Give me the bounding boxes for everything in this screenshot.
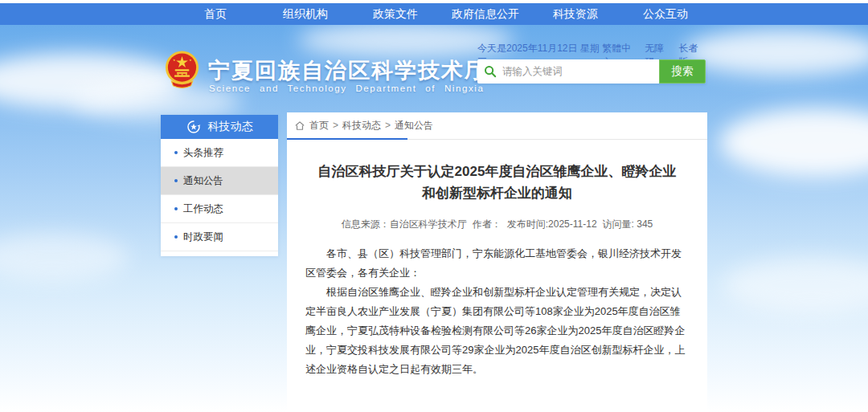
sidebar-item-label: 时政要闻 bbox=[183, 230, 223, 244]
nav-item-public-interaction[interactable]: 公众互动 bbox=[620, 7, 710, 22]
nav-item-home[interactable]: 首页 bbox=[170, 7, 260, 22]
meta-author: 作者： bbox=[473, 218, 502, 231]
site-title: 宁夏回族自治区科学技术厅 bbox=[208, 56, 488, 85]
article-paragraph: 根据自治区雏鹰企业、瞪羚企业和创新型标杆企业认定管理有关规定，决定认定半亩良人农… bbox=[305, 283, 689, 379]
article-title-line2: 和创新型标杆企业的通知 bbox=[287, 182, 707, 204]
sidebar-item-label: 通知公告 bbox=[183, 174, 223, 188]
sidebar: 科技动态 头条推荐 通知公告 工作动态 时政要闻 bbox=[161, 115, 278, 256]
nav-item-policy[interactable]: 政策文件 bbox=[350, 7, 440, 22]
search-button[interactable]: 搜索 bbox=[659, 59, 706, 84]
nav-item-tech-resources[interactable]: 科技资源 bbox=[530, 7, 620, 22]
bullet-dot-icon bbox=[174, 235, 178, 239]
main-content-panel: 首页 > 科技动态 > 通知公告 自治区科技厅关于认定2025年度自治区雏鹰企业… bbox=[287, 112, 707, 412]
article-body: 各市、县（区）科技管理部门，宁东能源化工基地管委会，银川经济技术开发区管委会，各… bbox=[287, 244, 707, 379]
page: 首页 组织机构 政策文件 政府信息公开 科技资源 公众互动 宁夏回族自治区科学技… bbox=[0, 0, 868, 412]
nav-item-gov-info[interactable]: 政府信息公开 bbox=[440, 7, 530, 22]
breadcrumb-separator: > bbox=[385, 120, 391, 131]
star-circle-icon bbox=[186, 120, 201, 134]
sidebar-item-headline-recommend[interactable]: 头条推荐 bbox=[161, 139, 278, 167]
sidebar-header: 科技动态 bbox=[161, 115, 278, 139]
breadcrumb-divider bbox=[287, 138, 707, 140]
breadcrumb-notices[interactable]: 通知公告 bbox=[395, 119, 433, 133]
search-bar: 搜索 bbox=[477, 59, 706, 84]
meta-source: 信息来源：自治区科学技术厅 bbox=[342, 218, 467, 231]
home-icon bbox=[294, 120, 305, 131]
bullet-dot-icon bbox=[174, 151, 178, 154]
cloud-decoration bbox=[723, 257, 868, 313]
breadcrumb-home[interactable]: 首页 bbox=[309, 119, 329, 133]
cloud-decoration bbox=[0, 233, 129, 281]
breadcrumb-tech-dynamics[interactable]: 科技动态 bbox=[342, 119, 381, 133]
breadcrumb: 首页 > 科技动态 > 通知公告 bbox=[287, 112, 707, 138]
top-navigation: 首页 组织机构 政策文件 政府信息公开 科技资源 公众互动 bbox=[0, 3, 868, 25]
site-subtitle-english: Science and Technology Department of Nin… bbox=[209, 84, 484, 93]
bullet-dot-icon bbox=[174, 207, 178, 210]
article-paragraph: 各市、县（区）科技管理部门，宁东能源化工基地管委会，银川经济技术开发区管委会，各… bbox=[305, 244, 689, 283]
sidebar-item-notices[interactable]: 通知公告 bbox=[161, 167, 278, 195]
search-input[interactable] bbox=[502, 66, 653, 77]
meta-visit-count: 访问量: 345 bbox=[603, 218, 653, 231]
sidebar-item-label: 头条推荐 bbox=[183, 146, 223, 160]
national-emblem-logo bbox=[163, 49, 201, 91]
article-title-line1: 自治区科技厅关于认定2025年度自治区雏鹰企业、瞪羚企业 bbox=[287, 161, 707, 182]
sidebar-item-label: 工作动态 bbox=[183, 202, 223, 216]
breadcrumb-divider-accent bbox=[287, 138, 407, 140]
cloud-decoration bbox=[719, 108, 868, 177]
cloud-decoration bbox=[683, 29, 868, 75]
search-box bbox=[477, 59, 659, 84]
meta-publish-time: 发布时间:2025-11-12 bbox=[507, 218, 597, 231]
article-meta: 信息来源：自治区科学技术厅 作者： 发布时间:2025-11-12 访问量: 3… bbox=[287, 218, 707, 231]
search-icon bbox=[484, 65, 497, 78]
bullet-dot-icon bbox=[174, 179, 178, 182]
sidebar-item-work-dynamics[interactable]: 工作动态 bbox=[161, 195, 278, 223]
sidebar-title: 科技动态 bbox=[208, 120, 253, 134]
sidebar-item-political-news[interactable]: 时政要闻 bbox=[161, 223, 278, 251]
article-title: 自治区科技厅关于认定2025年度自治区雏鹰企业、瞪羚企业 和创新型标杆企业的通知 bbox=[287, 161, 707, 204]
breadcrumb-separator: > bbox=[333, 120, 338, 131]
nav-item-organization[interactable]: 组织机构 bbox=[260, 7, 350, 22]
